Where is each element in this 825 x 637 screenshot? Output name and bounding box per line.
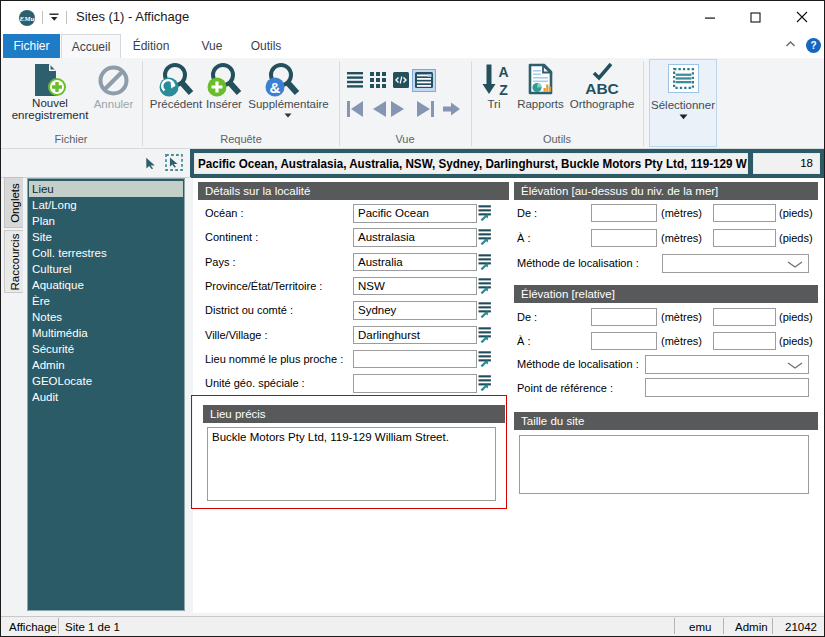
svg-text:ABC: ABC <box>585 80 619 96</box>
svg-text:EMu: EMu <box>19 15 35 23</box>
svg-text:A: A <box>498 64 508 80</box>
svg-text:Z: Z <box>499 82 508 96</box>
svg-text:?: ? <box>810 40 816 51</box>
svg-text:&: & <box>270 79 281 96</box>
